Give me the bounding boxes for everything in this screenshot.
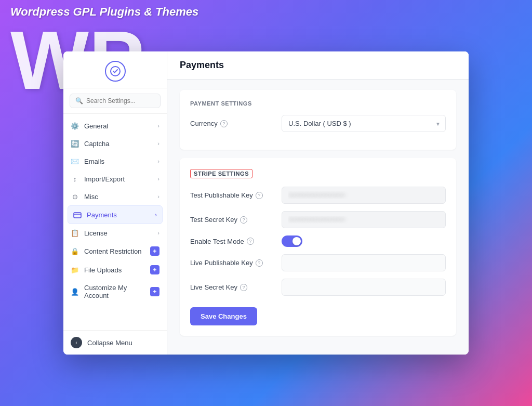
content-area: PAYMENT SETTINGS Currency ? U.S. Dollar … <box>167 80 469 355</box>
payment-settings-section: PAYMENT SETTINGS Currency ? U.S. Dollar … <box>180 90 456 150</box>
sidebar-item-import-export[interactable]: ↕️ Import/Export › <box>63 170 167 188</box>
sidebar-item-label: Import/Export <box>84 175 152 183</box>
stripe-title-text: STRIPE SETTINGS <box>190 169 252 178</box>
currency-label: Currency ? <box>190 120 273 127</box>
sidebar-item-general[interactable]: ⚙️ General › <box>63 117 167 135</box>
sidebar-item-label: Emails <box>84 158 152 165</box>
page-title: Payments <box>180 60 456 71</box>
sidebar-item-customize[interactable]: 👤 Customize My Account <box>63 279 167 304</box>
payments-icon <box>73 211 82 219</box>
sidebar-item-file-uploads[interactable]: 📁 File Uploads <box>63 260 167 279</box>
sidebar-logo <box>63 51 167 88</box>
sidebar-item-label: Misc <box>84 193 152 201</box>
live-publishable-key-help-icon[interactable]: ? <box>256 259 263 267</box>
currency-help-icon[interactable]: ? <box>220 120 228 127</box>
collapse-icon: ‹ <box>71 337 82 348</box>
enable-test-mode-control <box>282 235 446 247</box>
chevron-right-icon: › <box>157 230 159 236</box>
stripe-settings-section: STRIPE SETTINGS Test Publishable Key ? T <box>180 158 456 336</box>
currency-row: Currency ? U.S. Dollar ( USD $ )Euro ( E… <box>190 115 446 132</box>
misc-icon: ⊙ <box>71 192 79 201</box>
sidebar-item-misc[interactable]: ⊙ Misc › <box>63 188 167 205</box>
app-container: 🔍 ⚙️ General › 🔄 Captcha › ✉️ Emails › <box>63 51 469 355</box>
license-icon: 📋 <box>71 229 79 237</box>
test-publishable-key-input[interactable] <box>282 187 446 204</box>
chevron-right-icon: › <box>155 212 157 218</box>
import-export-icon: ↕️ <box>71 175 79 183</box>
sidebar-item-payments[interactable]: Payments › <box>68 205 163 224</box>
live-secret-key-input[interactable] <box>282 279 446 296</box>
sidebar: 🔍 ⚙️ General › 🔄 Captcha › ✉️ Emails › <box>63 51 167 355</box>
sidebar-item-content-restriction[interactable]: 🔒 Content Restriction <box>63 242 167 260</box>
chevron-right-icon: › <box>157 158 159 164</box>
stripe-section-title: STRIPE SETTINGS <box>190 168 446 187</box>
test-publishable-key-control <box>282 187 446 204</box>
sidebar-item-label: Payments <box>87 211 150 219</box>
nav-badge <box>150 287 159 296</box>
email-icon: ✉️ <box>71 157 79 165</box>
live-publishable-key-input[interactable] <box>282 254 446 271</box>
chevron-right-icon: › <box>157 193 159 200</box>
sidebar-item-label: License <box>84 229 152 237</box>
nav-badge <box>150 246 159 256</box>
collapse-menu-button[interactable]: ‹ Collapse Menu <box>63 330 167 355</box>
sidebar-nav: ⚙️ General › 🔄 Captcha › ✉️ Emails › ↕️ … <box>63 114 167 330</box>
currency-select-wrapper: U.S. Dollar ( USD $ )Euro ( EUR € )Briti… <box>282 115 446 132</box>
main-content: Payments PAYMENT SETTINGS Currency ? U.S… <box>167 51 469 355</box>
currency-select[interactable]: U.S. Dollar ( USD $ )Euro ( EUR € )Briti… <box>282 115 446 132</box>
toggle-thumb <box>292 237 301 245</box>
gear-icon: ⚙️ <box>71 122 79 130</box>
live-publishable-key-row: Live Publishable Key ? <box>190 254 446 271</box>
chevron-right-icon: › <box>157 140 159 147</box>
nav-badge <box>150 265 159 274</box>
test-publishable-key-row: Test Publishable Key ? <box>190 187 446 204</box>
live-secret-key-row: Live Secret Key ? <box>190 279 446 296</box>
test-publishable-key-help-icon[interactable]: ? <box>256 192 263 199</box>
customize-icon: 👤 <box>71 287 79 296</box>
enable-test-mode-help-icon[interactable]: ? <box>247 238 254 245</box>
enable-test-mode-label: Enable Test Mode ? <box>190 238 273 245</box>
live-secret-key-label: Live Secret Key ? <box>190 283 273 291</box>
chevron-right-icon: › <box>157 123 159 129</box>
refresh-icon: 🔄 <box>71 139 79 148</box>
sidebar-search: 🔍 <box>63 88 167 114</box>
svg-rect-0 <box>74 213 81 218</box>
sidebar-item-label: Customize My Account <box>84 284 145 299</box>
watermark-top-text: Wordpress GPL Plugins & Themes <box>10 5 198 19</box>
sidebar-item-label: File Uploads <box>84 266 145 274</box>
sidebar-item-emails[interactable]: ✉️ Emails › <box>63 152 167 170</box>
live-secret-key-help-icon[interactable]: ? <box>240 284 247 291</box>
chevron-right-icon: › <box>157 176 159 182</box>
live-publishable-key-control <box>282 254 446 271</box>
upload-icon: 📁 <box>71 266 79 274</box>
test-secret-key-row: Test Secret Key ? <box>190 211 446 228</box>
sidebar-item-captcha[interactable]: 🔄 Captcha › <box>63 135 167 152</box>
sidebar-item-label: Captcha <box>84 140 152 148</box>
page-header: Payments <box>167 51 469 80</box>
sidebar-item-license[interactable]: 📋 License › <box>63 224 167 242</box>
restriction-icon: 🔒 <box>71 247 79 255</box>
test-secret-key-help-icon[interactable]: ? <box>240 216 247 224</box>
payment-settings-title: PAYMENT SETTINGS <box>190 100 446 107</box>
test-secret-key-control <box>282 211 446 228</box>
live-publishable-key-label: Live Publishable Key ? <box>190 259 273 267</box>
test-secret-key-input[interactable] <box>282 211 446 228</box>
enable-test-mode-toggle[interactable] <box>282 235 302 247</box>
search-icon: 🔍 <box>75 97 83 104</box>
currency-control: U.S. Dollar ( USD $ )Euro ( EUR € )Briti… <box>282 115 446 132</box>
test-publishable-key-label: Test Publishable Key ? <box>190 191 273 199</box>
enable-test-mode-row: Enable Test Mode ? <box>190 235 446 247</box>
test-secret-key-label: Test Secret Key ? <box>190 216 273 224</box>
sidebar-item-label: General <box>84 122 152 130</box>
search-input[interactable] <box>86 97 155 104</box>
logo-icon <box>105 61 126 82</box>
live-secret-key-control <box>282 279 446 296</box>
collapse-label: Collapse Menu <box>87 339 132 347</box>
save-changes-button[interactable]: Save Changes <box>190 307 257 325</box>
sidebar-item-label: Content Restriction <box>84 247 145 255</box>
